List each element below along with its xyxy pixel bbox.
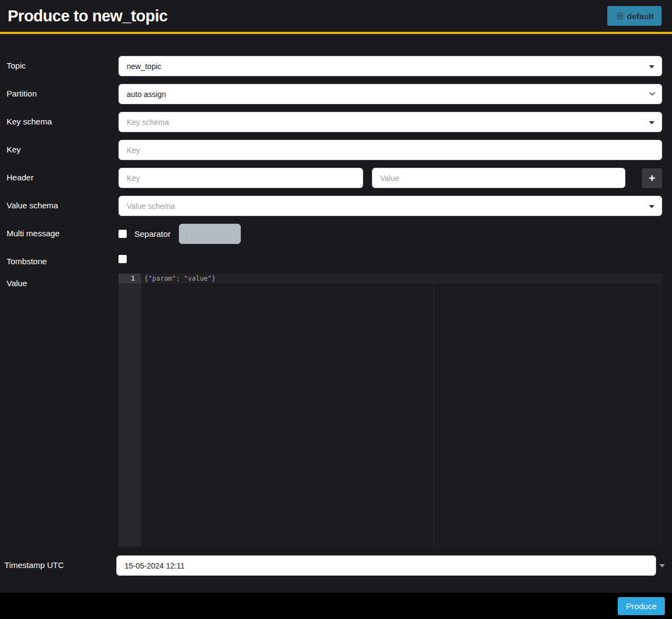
partition-row: Partition auto assign: [7, 84, 662, 104]
value-row: Value 1 {"param": "value"}: [7, 274, 662, 547]
produce-button-label: Produce: [626, 601, 657, 611]
separator-input[interactable]: [179, 224, 241, 244]
line-number: 1: [118, 274, 141, 283]
key-label: Key: [7, 140, 118, 160]
header-label: Header: [7, 168, 118, 188]
key-schema-row: Key schema Key schema: [7, 112, 662, 132]
key-schema-dropdown[interactable]: Key schema: [118, 112, 662, 132]
header-value-input[interactable]: [372, 168, 625, 188]
tombstone-checkbox[interactable]: [118, 255, 127, 263]
timestamp-caret-down-icon[interactable]: [659, 564, 665, 567]
produce-button[interactable]: Produce: [618, 597, 665, 615]
caret-down-icon: [649, 65, 654, 69]
key-row: Key: [7, 140, 662, 160]
box-arrow-in-right-icon: [615, 12, 624, 20]
page-title: Produce to new_topic: [8, 7, 167, 25]
value-schema-placeholder: Value schema: [127, 202, 175, 211]
timestamp-input[interactable]: [116, 555, 656, 576]
partition-selected-value: auto assign: [127, 90, 166, 99]
caret-down-icon: [649, 121, 654, 124]
editor-gutter: 1: [118, 274, 141, 547]
value-code-editor[interactable]: 1 {"param": "value"}: [118, 274, 662, 547]
header-entry-row: Header +: [7, 168, 662, 188]
topic-selected-value: new_topic: [127, 62, 161, 71]
key-schema-placeholder: Key schema: [127, 118, 169, 127]
footer-bar: Produce: [0, 593, 672, 619]
tombstone-row: Tombstone: [7, 252, 662, 266]
add-header-button[interactable]: +: [642, 168, 662, 188]
header-key-input[interactable]: [118, 168, 363, 188]
topic-label: Topic: [7, 56, 118, 76]
multi-message-label: Multi message: [7, 224, 118, 244]
multi-message-row: Multi message Separator: [7, 224, 662, 244]
partition-label: Partition: [7, 84, 118, 104]
multi-message-checkbox[interactable]: [118, 230, 127, 238]
produce-form: Topic new_topic Partition auto assign: [0, 34, 672, 593]
key-schema-label: Key schema: [7, 112, 118, 132]
header-bar: Produce to new_topic default: [0, 0, 672, 34]
key-input[interactable]: [118, 140, 662, 160]
caret-down-icon: [649, 205, 654, 208]
editor-body[interactable]: {"param": "value"}: [141, 274, 662, 547]
value-schema-label: Value schema: [7, 196, 118, 216]
cluster-button-label: default: [627, 12, 654, 21]
topic-row: Topic new_topic: [7, 56, 662, 76]
topic-dropdown[interactable]: new_topic: [118, 56, 662, 76]
code-line: {"param": "value"}: [141, 274, 662, 283]
produce-page: Produce to new_topic default Topic new_t…: [0, 0, 672, 619]
print-margin-line: [433, 274, 434, 547]
timestamp-label: Timestamp UTC: [4, 555, 116, 576]
separator-label: Separator: [134, 229, 171, 238]
plus-icon: +: [649, 173, 656, 184]
value-label: Value: [7, 274, 118, 547]
timestamp-row: Timestamp UTC: [4, 555, 662, 576]
cluster-default-button[interactable]: default: [607, 6, 662, 26]
tombstone-label: Tombstone: [7, 252, 118, 266]
chevron-down-icon: [649, 90, 656, 99]
value-schema-dropdown[interactable]: Value schema: [118, 196, 662, 216]
value-schema-row: Value schema Value schema: [7, 196, 662, 216]
partition-select[interactable]: auto assign: [118, 84, 662, 104]
